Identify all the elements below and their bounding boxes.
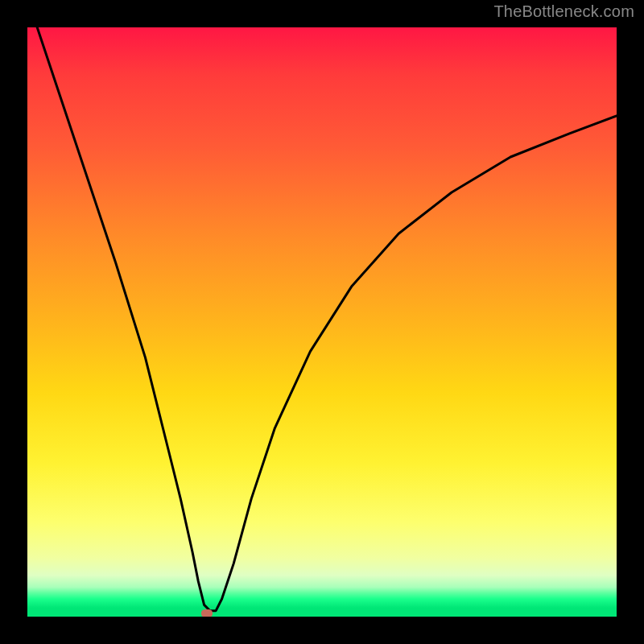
watermark-text: TheBottleneck.com [493, 2, 634, 21]
optimal-point-marker [201, 609, 213, 617]
bottleneck-curve [27, 27, 617, 617]
plot-area [27, 27, 617, 617]
chart-frame: TheBottleneck.com [0, 0, 644, 644]
